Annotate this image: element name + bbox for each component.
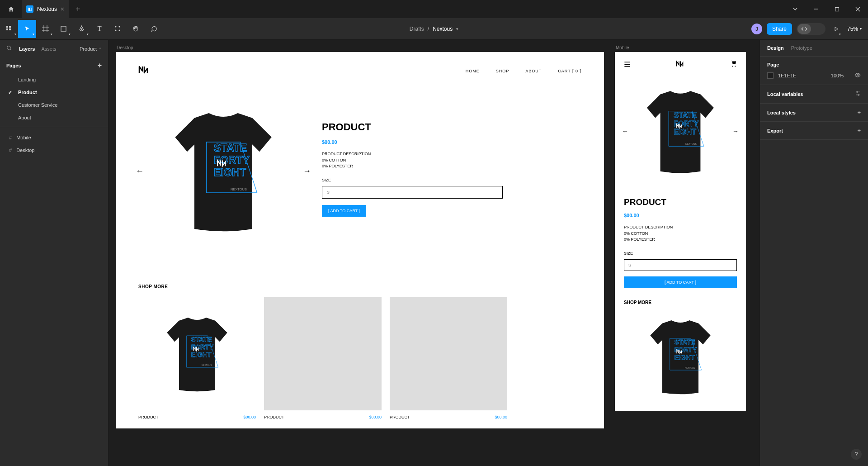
page-color-swatch[interactable] [767,72,774,79]
nav-home: HOME [466,69,480,73]
text-tool[interactable]: T [90,20,108,38]
new-tab-button[interactable]: + [69,5,87,14]
svg-point-16 [7,46,11,50]
product-price: $00.00 [322,139,586,145]
page-item-product[interactable]: Product [0,86,108,99]
page-item-about[interactable]: About [0,111,108,124]
frame-label-desktop[interactable]: Desktop [116,45,604,50]
svg-point-15 [118,30,120,31]
related-product: PRODUCT$00.00 [390,297,507,419]
breadcrumb-root[interactable]: Drafts [410,26,424,32]
toggle-off-icon [811,24,825,34]
hamburger-icon: ☰ [624,60,630,69]
product-price-mobile: $00.00 [624,213,737,218]
file-tab[interactable]: ◧ Nextous × [22,0,69,18]
design-tab[interactable]: Design [767,45,784,51]
add-icon[interactable]: + [857,127,861,134]
svg-rect-10 [61,26,66,31]
artboard-mobile[interactable]: ☰ ← STATE FORTY EIGHT [615,52,746,411]
svg-line-17 [10,49,11,50]
site-logo [138,66,150,76]
canvas[interactable]: Desktop HOME SHOP ABOUT CART [ 0 ] ← [108,40,760,466]
page-color-hex[interactable]: 1E1E1E [778,73,796,78]
svg-text:EIGHT: EIGHT [191,351,212,358]
main-menu-button[interactable]: ▾ [0,20,18,38]
page-item-customer-service[interactable]: Customer Service [0,99,108,111]
hand-tool[interactable] [127,20,145,38]
shop-more-heading-mobile: SHOP MORE [624,300,737,305]
page-item-landing[interactable]: Landing [0,73,108,86]
local-styles-label[interactable]: Local styles [767,110,796,115]
layer-frame-desktop[interactable]: # Desktop [0,144,108,157]
present-button[interactable]: ▾ [830,20,843,38]
local-variables-label[interactable]: Local variables [767,91,803,97]
svg-rect-1 [835,7,839,11]
site-logo-mobile [676,61,685,68]
svg-point-11 [81,29,82,30]
size-select: S [322,186,503,199]
code-icon [797,24,811,34]
zoom-level[interactable]: 75%▾ [847,26,862,32]
tab-title: Nextous [37,6,57,12]
resources-tool[interactable] [108,20,127,38]
prototype-tab[interactable]: Prototype [791,45,812,51]
pen-tool[interactable]: ▾ [72,20,90,38]
close-tab-icon[interactable]: × [61,5,64,13]
svg-text:FORTY: FORTY [214,154,250,166]
size-label: SIZE [322,178,586,182]
add-page-button[interactable]: + [98,62,102,70]
related-product: STATE FORTY EIGHT NEXTOUS [138,297,256,419]
page-section-label: Page [767,62,861,67]
user-avatar[interactable]: J [751,24,762,34]
gallery-prev-icon: ← [620,126,630,137]
assets-tab[interactable]: Assets [41,46,56,52]
window-minimize-icon[interactable] [806,0,826,18]
window-maximize-icon[interactable] [826,0,847,18]
layer-frame-mobile[interactable]: # Mobile [0,131,108,144]
shape-tool[interactable]: ▾ [54,20,72,38]
size-label-mobile: SIZE [624,251,737,256]
search-icon[interactable] [6,45,13,52]
dev-mode-toggle[interactable] [797,23,826,35]
add-icon[interactable]: + [857,109,861,116]
related-product-mobile: STATE FORTY EIGHT NEXTOUS [628,311,732,402]
svg-text:NEXTOUS: NEXTOUS [685,143,697,145]
svg-text:EIGHT: EIGHT [214,166,246,178]
svg-text:NEXTOUS: NEXTOUS [231,187,247,191]
product-title: PRODUCT [322,121,586,133]
home-button[interactable] [0,0,22,18]
page-color-opacity[interactable]: 100% [831,73,844,78]
svg-text:EIGHT: EIGHT [675,353,695,361]
svg-point-38 [858,95,859,95]
svg-point-13 [118,26,120,28]
breadcrumb-separator: / [428,26,429,32]
frame-tool[interactable]: ▾ [36,20,54,38]
help-button[interactable]: ? [851,449,862,460]
window-dropdown-icon[interactable] [785,0,806,18]
settings-icon[interactable] [855,90,861,98]
breadcrumb-file[interactable]: Nextous [433,26,453,32]
svg-point-12 [115,26,116,28]
artboard-desktop[interactable]: HOME SHOP ABOUT CART [ 0 ] ← [116,52,604,428]
svg-point-14 [115,30,116,31]
move-tool[interactable]: ▾ [18,20,36,38]
gallery-next-icon: → [301,165,313,178]
product-description-mobile: PRODUCT DESCRIPTION 0% COTTON 0% POLYEST… [624,224,737,243]
svg-point-34 [857,74,859,76]
layers-tab[interactable]: Layers [19,46,35,52]
nav-cart: CART [ 0 ] [558,69,581,73]
export-label[interactable]: Export [767,128,783,133]
add-to-cart-button-mobile: [ ADD TO CART ] [624,276,737,288]
svg-text:FORTY: FORTY [191,343,214,351]
page-dropdown[interactable]: Product ⌃ [80,46,102,52]
nav-shop: SHOP [496,69,509,73]
svg-text:NEXTOUS: NEXTOUS [685,366,695,369]
window-close-icon[interactable] [847,0,868,18]
share-button[interactable]: Share [767,23,792,35]
product-title-mobile: PRODUCT [624,197,737,207]
comment-tool[interactable] [145,20,163,38]
frame-label-mobile[interactable]: Mobile [615,45,746,50]
visibility-icon[interactable] [854,72,861,79]
chevron-down-icon[interactable]: ▾ [456,27,458,31]
gallery-next-icon: → [731,126,741,137]
